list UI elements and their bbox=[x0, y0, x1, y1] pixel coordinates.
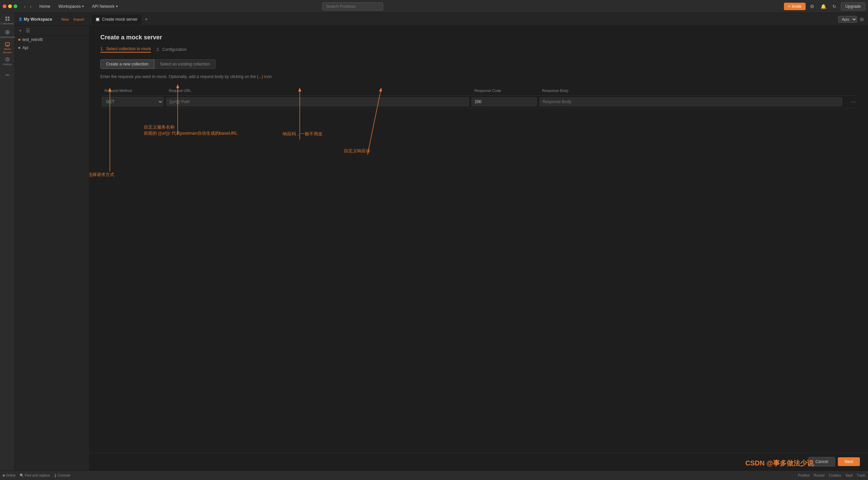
sidebar-item-collections[interactable]: Collections bbox=[1, 14, 14, 27]
col-body: Response Body bbox=[538, 86, 844, 96]
import-button[interactable]: Import bbox=[72, 17, 86, 22]
workspaces-label: Workspaces bbox=[58, 4, 81, 9]
upgrade-button[interactable]: Upgrade bbox=[841, 2, 865, 11]
status-dot-icon bbox=[3, 475, 5, 477]
console-item[interactable]: ❯ Console bbox=[54, 474, 70, 477]
collection-test-retrofit[interactable]: test_retrofit bbox=[15, 36, 89, 44]
cancel-button[interactable]: Cancel bbox=[808, 457, 835, 466]
sidebar-item-history[interactable]: History bbox=[1, 55, 14, 68]
tab-label: Create mock server bbox=[102, 17, 138, 22]
layout-toggle-button[interactable]: ⊞ bbox=[860, 17, 864, 22]
postbot-item[interactable]: Postbot bbox=[798, 474, 810, 477]
online-status[interactable]: Online bbox=[3, 474, 16, 477]
environments-icon bbox=[5, 30, 10, 35]
vault-item[interactable]: Vault bbox=[845, 474, 853, 477]
next-button[interactable]: Next bbox=[838, 457, 860, 466]
annotation-url: 自定义服务名称 前面的 {{url}}/ 代表postman自动生成的baseU… bbox=[144, 124, 238, 136]
method-select[interactable]: GET POST PUT DELETE bbox=[102, 97, 163, 107]
annotation-response-code: 响应码，一般不用改 bbox=[283, 131, 322, 137]
sidebar-item-environments[interactable]: Environments bbox=[1, 28, 14, 41]
step-2[interactable]: 2. Configuration bbox=[156, 47, 186, 52]
api-network-button[interactable]: API Network ▾ bbox=[89, 3, 120, 9]
svg-point-14 bbox=[8, 75, 9, 76]
collection-dot-icon bbox=[18, 47, 20, 49]
panel-header-actions: New Import bbox=[60, 17, 86, 22]
sync-button[interactable]: ↻ bbox=[831, 3, 838, 10]
collection-name: Api bbox=[22, 45, 28, 50]
back-button[interactable]: ‹ bbox=[23, 3, 27, 10]
icon-sidebar: Collections Environments Mock servers Hi… bbox=[0, 13, 15, 471]
add-collection-button[interactable]: + bbox=[18, 27, 23, 34]
new-tab-button[interactable]: + bbox=[143, 16, 150, 23]
mock-servers-icon bbox=[5, 41, 10, 47]
runner-item[interactable]: Runner bbox=[814, 474, 825, 477]
console-icon: ❯ bbox=[54, 474, 57, 477]
vault-label: Vault bbox=[845, 474, 853, 477]
action-buttons: Cancel Next bbox=[90, 453, 868, 471]
svg-rect-0 bbox=[5, 17, 7, 18]
create-new-collection-tab[interactable]: Create a new collection bbox=[100, 59, 154, 69]
maximize-button[interactable] bbox=[14, 4, 17, 8]
row-more-button[interactable]: ⋯ bbox=[850, 99, 856, 105]
more-icon bbox=[5, 72, 10, 78]
panel-header: My Workspace New Import bbox=[15, 13, 89, 26]
response-body-input[interactable] bbox=[539, 97, 842, 106]
step-1-num: 1. bbox=[100, 46, 104, 51]
cookies-item[interactable]: Cookies bbox=[829, 474, 841, 477]
minimize-button[interactable] bbox=[8, 4, 12, 8]
step-2-label: Configuration bbox=[162, 47, 186, 52]
sidebar-item-mock-servers[interactable]: Mock servers bbox=[1, 41, 14, 54]
nav-arrows: ‹ › bbox=[23, 3, 33, 10]
history-label: History bbox=[3, 63, 12, 66]
step-1-label: Select collection to mock bbox=[106, 46, 151, 51]
svg-point-13 bbox=[7, 75, 8, 76]
col-method: Request Method bbox=[100, 86, 165, 96]
collection-dot-icon bbox=[18, 39, 20, 41]
step-2-num: 2. bbox=[156, 47, 160, 52]
col-url: Request URL bbox=[165, 86, 470, 96]
collection-type-tabs: Create a new collection Select an existi… bbox=[100, 59, 857, 69]
response-code-input[interactable] bbox=[472, 97, 537, 106]
api-network-label: API Network bbox=[92, 4, 115, 9]
forward-button[interactable]: › bbox=[28, 3, 33, 10]
instruction-text: Enter the requests you want to mock. Opt… bbox=[100, 74, 857, 79]
annotation-arrows bbox=[90, 26, 868, 229]
collection-name: test_retrofit bbox=[22, 37, 43, 42]
url-input[interactable] bbox=[166, 97, 469, 106]
svg-rect-7 bbox=[5, 43, 9, 45]
online-label: Online bbox=[6, 474, 16, 477]
home-button[interactable]: Home bbox=[37, 3, 53, 9]
search-input[interactable] bbox=[322, 2, 383, 11]
request-table: Request Method Request URL Response Code… bbox=[100, 86, 857, 108]
step-1[interactable]: 1. Select collection to mock bbox=[100, 46, 151, 53]
tab-bar: 🔲 Create mock server + Apis ⊞ bbox=[90, 13, 868, 26]
invite-label: Invite bbox=[792, 4, 802, 9]
tab-right-actions: Apis ⊞ bbox=[838, 16, 867, 23]
runner-label: Runner bbox=[814, 474, 825, 477]
postbot-label: Postbot bbox=[798, 474, 810, 477]
notifications-button[interactable]: 🔔 bbox=[819, 3, 828, 10]
sidebar-item-more[interactable] bbox=[1, 69, 14, 81]
tab-create-mock-server[interactable]: 🔲 Create mock server bbox=[91, 14, 142, 25]
invite-button[interactable]: + Invite bbox=[784, 3, 806, 10]
apis-dropdown[interactable]: Apis bbox=[838, 16, 857, 23]
svg-rect-1 bbox=[8, 17, 9, 18]
panel-toolbar: + ☰ bbox=[15, 26, 89, 36]
workspace-name: My Workspace bbox=[18, 17, 52, 22]
history-icon bbox=[5, 57, 10, 62]
svg-rect-2 bbox=[5, 19, 7, 21]
table-row: GET POST PUT DELETE bbox=[100, 96, 857, 108]
mock-server-title: Create a mock server bbox=[100, 34, 857, 41]
main-layout: Collections Environments Mock servers Hi… bbox=[0, 13, 868, 471]
find-replace-item[interactable]: 🔍 Find and replace bbox=[20, 474, 50, 477]
svg-point-12 bbox=[5, 75, 6, 76]
select-existing-collection-tab[interactable]: Select an existing collection bbox=[154, 59, 216, 69]
settings-button[interactable]: ⚙ bbox=[808, 3, 816, 10]
close-button[interactable] bbox=[3, 4, 6, 8]
workspaces-button[interactable]: Workspaces ▾ bbox=[56, 3, 86, 9]
collection-api[interactable]: Api bbox=[15, 44, 89, 52]
filter-button[interactable]: ☰ bbox=[24, 27, 32, 34]
new-button[interactable]: New bbox=[60, 17, 71, 22]
svg-rect-3 bbox=[8, 19, 9, 21]
trash-item[interactable]: Trash bbox=[857, 474, 865, 477]
